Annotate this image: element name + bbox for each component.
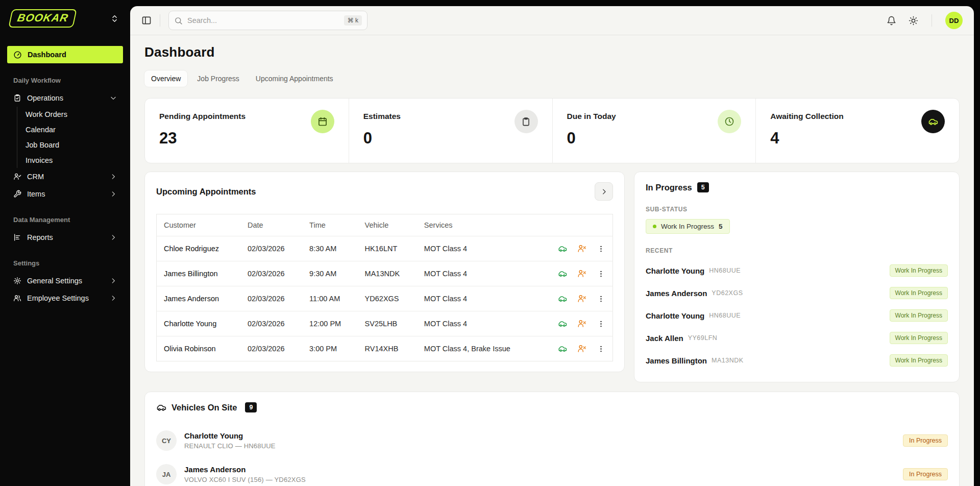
vehicle-list-item[interactable]: CY Charlotte Young RENAULT CLIO — HN68UU… <box>156 424 948 457</box>
stat-label: Awaiting Collection <box>770 112 945 121</box>
appointment-row[interactable]: Charlotte Young 02/03/2026 12:00 PM SV25… <box>157 311 613 336</box>
remove-customer-action-icon[interactable] <box>577 294 586 303</box>
row-menu-icon[interactable] <box>597 295 605 303</box>
sidebar-item-items[interactable]: Items <box>7 185 123 203</box>
avatar: JA <box>156 464 177 484</box>
column-header-customer: Customer <box>157 214 240 236</box>
appointment-time: 11:00 AM <box>302 286 358 311</box>
appointment-row[interactable]: Chloe Rodriguez 02/03/2026 8:30 AM HK16L… <box>157 236 613 261</box>
sidebar-item-label: Employee Settings <box>27 294 89 302</box>
appointment-services: MOT Class 4 <box>417 261 538 286</box>
vehicle-action-icon[interactable] <box>558 344 567 353</box>
vehicle-action-icon[interactable] <box>558 244 567 253</box>
sidebar-section-data-management: Data Management <box>7 216 123 224</box>
work-in-progress-badge: Work In Progress <box>890 287 948 299</box>
stat-value: 0 <box>363 129 538 148</box>
search-icon <box>174 16 183 25</box>
topbar: ⌘ k DD <box>130 6 974 35</box>
user-avatar[interactable]: DD <box>945 12 963 29</box>
wrench-icon <box>13 190 21 198</box>
sidebar-item-invoices[interactable]: Invoices <box>17 153 123 168</box>
sub-status-chip-count: 5 <box>719 223 723 230</box>
recent-customer-name: Charlotte Young <box>646 266 704 275</box>
column-header-services: Services <box>417 214 538 236</box>
recent-job-row[interactable]: Charlotte Young HN68UUE Work In Progress <box>646 259 948 282</box>
vehicle-list-item[interactable]: JA James Anderson VOLVO XC60 I SUV (156)… <box>156 457 948 486</box>
chevron-right-icon <box>110 277 117 284</box>
appointment-time: 9:30 AM <box>302 261 358 286</box>
vehicle-action-icon[interactable] <box>558 319 567 328</box>
sidebar-item-operations[interactable]: Operations <box>7 89 123 107</box>
stat-value: 4 <box>770 129 945 148</box>
appointment-date: 02/03/2026 <box>240 261 302 286</box>
sidebar-item-job-board[interactable]: Job Board <box>17 137 123 153</box>
chevron-right-icon <box>110 173 117 180</box>
remove-customer-action-icon[interactable] <box>577 319 586 328</box>
tab-upcoming-appointments[interactable]: Upcoming Appointments <box>249 70 340 87</box>
appointment-services: MOT Class 4 <box>417 236 538 261</box>
car-icon <box>921 110 945 133</box>
recent-vehicle-reg: YD62XGS <box>712 289 743 297</box>
chevron-right-icon <box>110 234 117 241</box>
in-progress-card: In Progress 5 SUB-STATUS Work In Progres… <box>634 172 960 382</box>
recent-job-row[interactable]: James Anderson YD62XGS Work In Progress <box>646 282 948 304</box>
row-menu-icon[interactable] <box>597 270 605 278</box>
stat-value: 0 <box>567 129 742 148</box>
tab-bar: Overview Job Progress Upcoming Appointme… <box>144 70 960 87</box>
sidebar-collapse-icon[interactable] <box>109 13 120 24</box>
row-menu-icon[interactable] <box>597 320 605 328</box>
row-menu-icon[interactable] <box>597 345 605 353</box>
theme-toggle-icon[interactable] <box>909 16 918 26</box>
card-title: Upcoming Appointments <box>156 187 256 197</box>
remove-customer-action-icon[interactable] <box>577 344 586 353</box>
next-page-button[interactable] <box>595 182 613 201</box>
sidebar-nav: Dashboard Daily Workflow Operations Work… <box>7 46 123 307</box>
row-menu-icon[interactable] <box>597 245 605 253</box>
search-shortcut-badge: ⌘ k <box>344 15 362 26</box>
sidebar-item-label: Operations <box>27 94 63 102</box>
vehicles-list: CY Charlotte Young RENAULT CLIO — HN68UU… <box>156 424 948 486</box>
search-input[interactable] <box>187 16 339 25</box>
work-in-progress-badge: Work In Progress <box>890 354 948 367</box>
sidebar-item-label: General Settings <box>27 277 82 285</box>
user-check-icon <box>13 173 21 181</box>
recent-job-row[interactable]: Jack Allen YY69LFN Work In Progress <box>646 327 948 349</box>
recent-vehicle-reg: YY69LFN <box>688 334 718 342</box>
sidebar-item-label: Dashboard <box>28 51 66 59</box>
tab-job-progress[interactable]: Job Progress <box>190 70 246 87</box>
gauge-icon <box>13 51 22 59</box>
recent-job-row[interactable]: Charlotte Young HN68UUE Work In Progress <box>646 304 948 327</box>
sidebar-item-dashboard[interactable]: Dashboard <box>7 46 123 63</box>
remove-customer-action-icon[interactable] <box>577 244 586 253</box>
column-header-time: Time <box>302 214 358 236</box>
avatar: CY <box>156 430 177 451</box>
appointment-row[interactable]: James Anderson 02/03/2026 11:00 AM YD62X… <box>157 286 613 311</box>
recent-customer-name: James Anderson <box>646 289 707 298</box>
sub-status-chip[interactable]: Work In Progress 5 <box>646 219 730 234</box>
recent-vehicle-reg: HN68UUE <box>709 312 741 319</box>
sidebar-item-calendar[interactable]: Calendar <box>17 122 123 137</box>
stat-due-in-today: Due in Today 0 <box>552 99 756 163</box>
appointment-date: 02/03/2026 <box>240 236 302 261</box>
vehicle-action-icon[interactable] <box>558 294 567 303</box>
appointment-row[interactable]: Olivia Robinson 02/03/2026 3:00 PM RV14X… <box>157 336 613 361</box>
work-in-progress-badge: Work In Progress <box>890 309 948 322</box>
tab-overview[interactable]: Overview <box>144 70 187 87</box>
sidebar-item-work-orders[interactable]: Work Orders <box>17 107 123 122</box>
bell-icon[interactable] <box>887 16 896 26</box>
appointment-row[interactable]: James Billington 02/03/2026 9:30 AM MA13… <box>157 261 613 286</box>
sub-status-label: SUB-STATUS <box>646 206 948 213</box>
appointment-customer: James Billington <box>157 261 240 286</box>
sidebar-item-employee-settings[interactable]: Employee Settings <box>7 289 123 307</box>
search-box[interactable]: ⌘ k <box>168 11 368 30</box>
recent-job-row[interactable]: James Billington MA13NDK Work In Progres… <box>646 349 948 372</box>
sidebar-item-crm[interactable]: CRM <box>7 168 123 185</box>
remove-customer-action-icon[interactable] <box>577 269 586 278</box>
appointment-date: 02/03/2026 <box>240 311 302 336</box>
stat-label: Estimates <box>363 112 538 121</box>
sidebar-item-reports[interactable]: Reports <box>7 229 123 246</box>
appointment-time: 3:00 PM <box>302 336 358 361</box>
panel-toggle-icon[interactable] <box>141 15 152 26</box>
sidebar-item-general-settings[interactable]: General Settings <box>7 272 123 289</box>
vehicle-action-icon[interactable] <box>558 269 567 278</box>
